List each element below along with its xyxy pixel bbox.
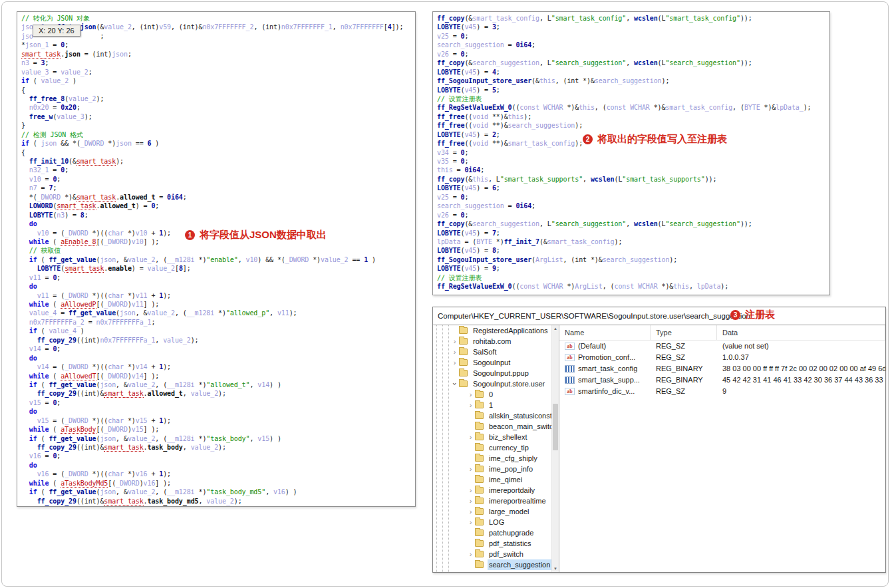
tree-item-label: imereportrealtime [488,496,547,506]
column-header-type[interactable]: Type [651,325,717,340]
code-line: ff_copy(&smart_task_config, L"smart_task… [437,14,825,23]
code-line: while ( aAllowedP[(_DWORD)v11] ); [21,300,411,309]
registry-key-allskin-statusiconstatis[interactable]: allskin_statusiconstatis [433,410,551,421]
code-line: do [21,407,411,416]
registry-key-sogouinput-store-user[interactable]: ›SogouInput.store.user [433,378,551,389]
scroll-down-icon[interactable]: ▼ [552,565,559,572]
registry-key-search-suggestion[interactable]: search_suggestion [433,559,551,570]
folder-icon [475,540,484,547]
chevron-collapsed-icon[interactable]: › [450,358,459,367]
registry-key-salsoft[interactable]: ›SalSoft [433,347,551,357]
code-line: while ( aTaskBodyMd5[(_DWORD)v16] ); [21,479,411,488]
registry-value-row[interactable]: absmartinfo_dic_v...REG_SZ9 [559,386,885,397]
code-line: smart_task.json = (int)json; [21,50,411,59]
folder-icon [475,444,484,451]
tree-item-label: LOG [488,517,506,527]
scroll-thumb[interactable] [553,404,558,450]
column-header-data[interactable]: Data [717,325,885,340]
registry-key-pdf-switch[interactable]: ›pdf_switch [433,549,551,559]
registry-value-row[interactable]: ab(Default)REG_SZ(value not set) [559,341,885,352]
folder-icon [459,327,468,334]
code-line: LOBYTE(v45) = 3; [437,23,825,31]
chevron-collapsed-icon[interactable]: › [466,464,475,474]
registry-value-row[interactable]: smart_task_supp...REG_BINARY45 42 42 31 … [559,374,885,386]
code-line: v34 = 0; [437,148,825,157]
registry-key-imereportrealtime[interactable]: ›imereportrealtime [433,496,551,506]
registry-key-rohitab-com[interactable]: ›rohitab.com [433,336,551,347]
tree-item-label: beacon_main_switch [488,421,551,432]
scroll-up-icon[interactable]: ▲ [552,325,559,332]
chevron-collapsed-icon[interactable]: › [466,390,475,399]
tree-item-label: ime_pop_info [488,464,534,474]
registry-key-ime-cfg-shiply[interactable]: ime_cfg_shiply [433,453,551,464]
tree-scrollbar[interactable]: ▲ ▼ [551,325,559,572]
registry-key-sogouinput[interactable]: ›SogouInput [433,357,551,368]
code-line: LOBYTE(n3) = 8; [21,211,411,220]
value-data: (value not set) [717,341,885,352]
value-data: 1.0.0.37 [717,352,885,363]
chevron-collapsed-icon[interactable]: › [466,517,475,527]
code-line: value_4 = ff_get_value(json, &value_2, (… [21,309,411,317]
code-line: v16 = 0; [21,452,411,460]
code-line: v16 = (_DWORD *)((char *)v16 + 1); [21,470,411,478]
chevron-collapsed-icon[interactable]: › [450,347,459,357]
folder-icon [459,349,468,355]
folder-icon [475,455,484,462]
chevron-collapsed-icon[interactable]: › [450,337,459,346]
registry-value-row[interactable]: abPromotion_conf...REG_SZ1.0.0.37 [559,352,885,363]
step1-text: 将字段值从JSON数据中取出 [200,229,327,241]
column-header-name[interactable]: Name [559,325,651,340]
code-line: ff_free((void **)&this); [437,112,825,121]
tree-item-label: ime_cfg_shiply [488,453,539,464]
registry-key-currency-tip[interactable]: currency_tip [433,442,551,453]
value-name: (Default) [578,341,606,352]
registry-address-bar[interactable]: Computer\HKEY_CURRENT_USER\SOFTWARE\Sogo… [433,307,885,325]
registry-value-row[interactable]: smart_task_configREG_BINARY38 03 00 00 f… [559,363,885,374]
code-line: v11 = 0; [21,273,411,282]
chevron-collapsed-icon[interactable]: › [466,549,475,559]
code-line: do [21,461,411,470]
tree-item-label: 0 [488,389,494,400]
code-line: if ( value_4 ) [21,327,411,335]
code-line: if ( ff_get_value(json, &value_2, (__m12… [21,380,411,389]
registry-key-registeredapplications[interactable]: RegisteredApplications [433,325,551,336]
code-line: *(_DWORD *)&smart_task.allowed_t = 0i64; [21,193,411,202]
tree-item-label: imereportdaily [488,485,536,496]
registry-key-biz-shellext[interactable]: ›biz_shellext [433,432,551,442]
values-header-row: NameTypeData [559,325,885,341]
chevron-collapsed-icon[interactable]: › [466,507,475,516]
code-line: ff_copy(&this, L"smart_task_supports", w… [437,175,825,184]
step2-number-badge: 2 [583,134,593,144]
registry-key-beacon-main-switch[interactable]: beacon_main_switch [433,421,551,432]
code-line: // 获取值 [21,246,411,255]
registry-key-ime-qimei[interactable]: ime_qimei [433,474,551,485]
chevron-collapsed-icon[interactable]: › [466,400,475,410]
tree-item-label: rohitab.com [472,336,512,347]
chevron-collapsed-icon[interactable]: › [466,496,475,506]
folder-icon [475,476,484,483]
code-line: if ( json && *(_DWORD *)json == 6 ) [21,139,411,148]
registry-key-large-model[interactable]: ›large_model [433,506,551,517]
registry-key-sogouinput-ppup[interactable]: SogouInput.ppup [433,368,551,378]
tree-item-label: allskin_statusiconstatis [488,410,551,421]
code-line: this = 0i64; [437,166,825,174]
value-name: smartinfo_dic_v... [578,386,635,397]
code-line: while ( aTaskBody[(_DWORD)v15] ); [21,425,411,434]
folder-icon [475,391,484,398]
coordinate-tooltip: X: 20 Y: 26 [33,25,80,37]
registry-key-1[interactable]: ›1 [433,400,551,410]
registry-key-0[interactable]: ›0 [433,389,551,400]
code-line: v14 = 0; [21,345,411,353]
code-line: value_3 = value_2; [21,68,411,76]
chevron-collapsed-icon[interactable]: › [466,486,475,495]
chevron-expanded-icon[interactable]: › [450,380,460,388]
code-line: if ( value_2 ) [21,76,411,85]
registry-key-ime-pop-info[interactable]: ›ime_pop_info [433,464,551,474]
registry-key-pdf-statistics[interactable]: pdf_statistics [433,538,551,549]
registry-key-imereportdaily[interactable]: ›imereportdaily [433,485,551,496]
registry-key-log[interactable]: ›LOG [433,517,551,527]
registry-key-patchupgrade[interactable]: patchupgrade [433,527,551,538]
chevron-collapsed-icon[interactable]: › [466,432,475,442]
code-line: n0x20 = 0x20; [21,103,411,112]
annotation-step1: 1 将字段值从JSON数据中取出 [185,229,327,241]
